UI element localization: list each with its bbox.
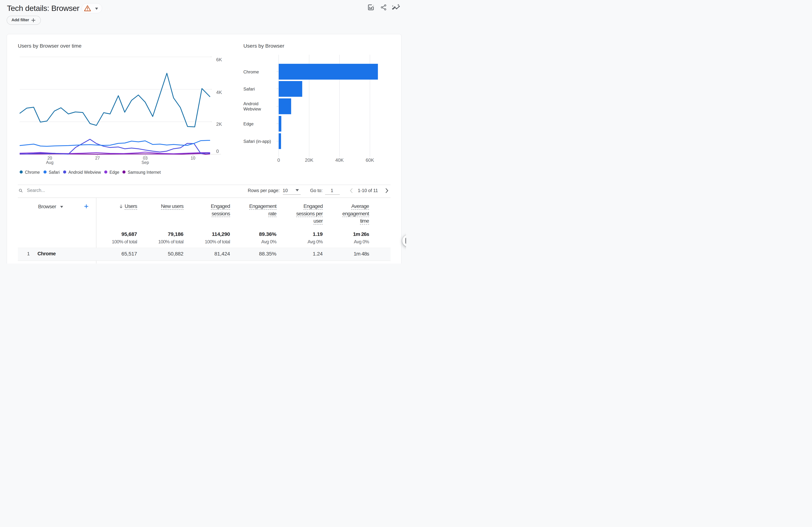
- svg-text:0: 0: [277, 157, 280, 163]
- svg-text:03: 03: [143, 156, 148, 161]
- svg-text:6K: 6K: [216, 57, 222, 62]
- svg-text:2K: 2K: [216, 121, 222, 127]
- svg-text:20: 20: [47, 156, 52, 161]
- svg-text:0: 0: [216, 149, 219, 154]
- svg-text:60K: 60K: [366, 157, 374, 163]
- svg-text:Aug: Aug: [46, 160, 54, 165]
- svg-text:10: 10: [191, 156, 195, 161]
- svg-text:4K: 4K: [216, 90, 222, 95]
- svg-text:40K: 40K: [335, 157, 344, 163]
- svg-text:27: 27: [95, 156, 100, 161]
- svg-text:20K: 20K: [305, 157, 314, 163]
- svg-text:Sep: Sep: [142, 160, 149, 165]
